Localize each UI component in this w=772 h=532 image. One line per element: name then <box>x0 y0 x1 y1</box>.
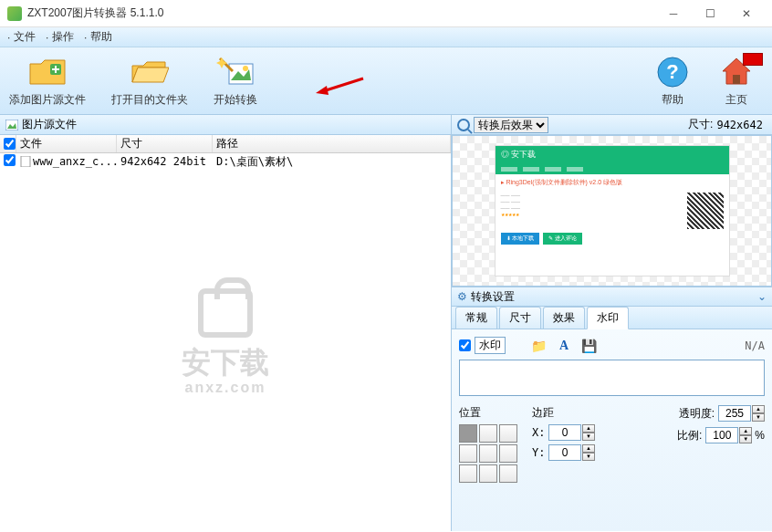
dot: · <box>7 31 10 44</box>
main-area: 图片源文件 文件 尺寸 路径 www_anxz_c... 942x642 24b… <box>0 115 772 531</box>
margin-label: 边距 <box>532 405 595 421</box>
right-panel: 转换后效果 尺寸: 942x642 ◎ 安下载 ▸ Ring3Del(强制文件删… <box>452 115 772 531</box>
help-icon: ? <box>653 55 692 89</box>
pos-mc[interactable] <box>479 444 497 463</box>
maximize-button[interactable]: ☐ <box>692 1 728 26</box>
pos-br[interactable] <box>499 464 517 483</box>
chevron-collapse-icon[interactable]: ⌄ <box>757 290 767 303</box>
opacity-label: 透明度: <box>679 406 715 422</box>
red-arrow-annotation <box>310 75 365 97</box>
open-dest-button[interactable]: 打开目的文件夹 <box>111 55 188 108</box>
header-checkbox[interactable] <box>4 138 16 150</box>
flag-china-icon[interactable] <box>743 53 763 66</box>
x-label: X: <box>532 426 548 439</box>
menubar: · 文件 · 操作 · 帮助 <box>0 27 772 47</box>
font-icon[interactable]: A <box>559 339 569 353</box>
pos-tc[interactable] <box>479 424 497 443</box>
menu-help[interactable]: 帮助 <box>90 29 112 45</box>
preview-mode-select[interactable]: 转换后效果 <box>474 117 548 133</box>
settings-title: 转换设置 <box>471 289 515 305</box>
row-file: www_anxz_c... <box>33 155 117 168</box>
header-file[interactable]: 文件 <box>16 135 117 152</box>
preview-size-label: 尺寸: <box>688 117 713 132</box>
svg-rect-6 <box>5 120 18 130</box>
background-watermark: 安下载 anxz.com <box>182 288 269 396</box>
titlebar: ZXT2007图片转换器 5.1.1.0 ─ ☐ ✕ <box>0 0 772 27</box>
opacity-input[interactable] <box>718 405 751 422</box>
x-down[interactable]: ▼ <box>582 433 595 441</box>
scale-up[interactable]: ▲ <box>739 427 752 435</box>
scale-down[interactable]: ▼ <box>739 435 752 443</box>
y-down[interactable]: ▼ <box>582 453 595 461</box>
source-panel-header: 图片源文件 <box>0 115 451 135</box>
gear-icon: ⚙ <box>457 290 467 303</box>
help-label: 帮助 <box>662 92 683 108</box>
list-body[interactable]: www_anxz_c... 942x642 24bit D:\桌面\素材\ 安下… <box>0 153 451 531</box>
help-button[interactable]: ? 帮助 <box>653 55 692 108</box>
x-input[interactable] <box>548 424 581 441</box>
pos-ml[interactable] <box>459 444 477 463</box>
dot: · <box>84 31 87 44</box>
svg-point-2 <box>243 66 248 71</box>
x-up[interactable]: ▲ <box>582 424 595 433</box>
settings-header: ⚙ 转换设置 ⌄ <box>452 287 772 307</box>
settings-tabs: 常规 尺寸 效果 水印 <box>452 307 772 329</box>
start-convert-label: 开始转换 <box>214 92 257 108</box>
watermark-checkbox[interactable] <box>459 339 471 351</box>
percent-label: % <box>755 429 765 442</box>
tab-effect[interactable]: 效果 <box>543 307 585 329</box>
y-up[interactable]: ▲ <box>582 444 595 453</box>
watermark-tab-content: 水印 📁 A 💾 N/A 位置 <box>452 329 772 531</box>
tab-general[interactable]: 常规 <box>455 307 497 329</box>
menu-operate[interactable]: 操作 <box>52 29 74 45</box>
save-icon[interactable]: 💾 <box>581 339 597 353</box>
toolbar: 添加图片源文件 打开目的文件夹 开始转换 ? 帮助 主页 <box>0 47 772 115</box>
svg-text:?: ? <box>666 60 678 83</box>
pos-mr[interactable] <box>499 444 517 463</box>
pos-tr[interactable] <box>499 424 517 443</box>
list-header: 文件 尺寸 路径 <box>0 135 451 153</box>
opacity-up[interactable]: ▲ <box>752 405 765 413</box>
preview-size-value: 942x642 <box>716 119 763 131</box>
preview-area[interactable]: ◎ 安下载 ▸ Ring3Del(强制文件删除软件) v2.0 绿色版 —— —… <box>452 135 772 287</box>
source-panel: 图片源文件 文件 尺寸 路径 www_anxz_c... 942x642 24b… <box>0 115 452 531</box>
magnify-icon[interactable] <box>457 119 470 131</box>
watermark-label: 水印 <box>475 337 506 354</box>
folder-open-icon <box>130 55 169 89</box>
y-label: Y: <box>532 446 548 459</box>
picture-icon <box>5 120 18 130</box>
pos-bc[interactable] <box>479 464 497 483</box>
header-path[interactable]: 路径 <box>213 135 451 152</box>
scale-input[interactable] <box>705 427 738 443</box>
add-source-label: 添加图片源文件 <box>9 92 86 108</box>
dot: · <box>46 31 48 44</box>
minimize-button[interactable]: ─ <box>655 1 692 26</box>
svg-rect-5 <box>733 75 740 84</box>
add-source-button[interactable]: 添加图片源文件 <box>9 55 86 108</box>
start-convert-button[interactable]: 开始转换 <box>214 55 257 108</box>
row-checkbox[interactable] <box>4 154 16 166</box>
tab-watermark[interactable]: 水印 <box>587 307 629 329</box>
folder-plus-icon <box>28 55 67 89</box>
window-title: ZXT2007图片转换器 5.1.1.0 <box>27 5 655 21</box>
wand-picture-icon <box>216 55 255 89</box>
row-size: 942x642 24bit <box>117 155 213 168</box>
watermark-na: N/A <box>745 339 765 352</box>
header-size[interactable]: 尺寸 <box>117 135 213 152</box>
folder-icon[interactable]: 📁 <box>531 339 547 353</box>
home-label: 主页 <box>725 92 747 108</box>
close-button[interactable]: ✕ <box>728 1 765 26</box>
svg-rect-7 <box>21 156 30 167</box>
app-icon <box>7 6 22 21</box>
opacity-down[interactable]: ▼ <box>752 413 765 422</box>
y-input[interactable] <box>548 444 581 461</box>
file-icon <box>20 156 31 167</box>
tab-size[interactable]: 尺寸 <box>499 307 541 329</box>
menu-file[interactable]: 文件 <box>14 29 36 45</box>
pos-tl[interactable] <box>459 424 477 443</box>
row-path: D:\桌面\素材\ <box>213 154 451 170</box>
list-row[interactable]: www_anxz_c... 942x642 24bit D:\桌面\素材\ <box>0 153 451 170</box>
header-checkbox-col[interactable] <box>0 135 16 152</box>
pos-bl[interactable] <box>459 464 477 483</box>
watermark-text-input[interactable] <box>459 360 765 396</box>
